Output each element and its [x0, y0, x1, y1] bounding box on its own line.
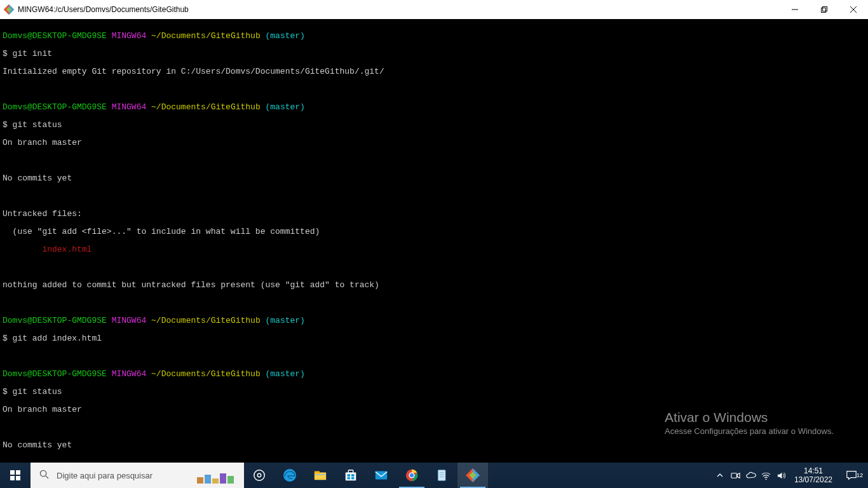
untracked-file: index.html — [3, 245, 865, 254]
cmd-line: $ git status — [3, 121, 865, 130]
svg-rect-17 — [212, 478, 219, 484]
svg-rect-44 — [731, 473, 736, 478]
cmd-line: $ git status — [3, 388, 865, 396]
tray-volume-icon[interactable] — [774, 471, 789, 480]
tray-overflow-button[interactable] — [712, 472, 728, 478]
svg-rect-5 — [822, 8, 826, 13]
svg-rect-12 — [16, 476, 20, 480]
tray-clock[interactable]: 14:51 13/07/2022 — [789, 466, 837, 484]
tray-meet-now-icon[interactable] — [728, 471, 743, 480]
svg-rect-18 — [220, 473, 226, 484]
close-button[interactable] — [839, 0, 868, 19]
git-bash-icon — [4, 4, 14, 15]
taskbar: Digite aqui para pesquisar — [0, 463, 868, 488]
cmd-line: $ git add index.html — [3, 334, 865, 343]
svg-line-14 — [46, 476, 48, 478]
svg-marker-45 — [738, 473, 740, 478]
output-line: On branch master — [3, 139, 865, 147]
output-line: Initialized empty Git repository in C:/U… — [3, 67, 865, 76]
prompt-user: Domvs@DESKTOP-GMDG9SE — [3, 31, 107, 41]
svg-rect-25 — [315, 474, 326, 475]
notification-count: 12 — [857, 472, 863, 478]
start-button[interactable] — [0, 463, 31, 488]
output-line: nothing added to commit but untracked fi… — [3, 281, 865, 290]
taskbar-search[interactable]: Digite aqui para pesquisar — [31, 463, 244, 488]
svg-point-20 — [254, 470, 265, 481]
tray-time: 14:51 — [794, 466, 832, 475]
window-titlebar: MINGW64:/c/Users/Domvs/Documents/GiteGit… — [0, 0, 868, 19]
window-title: MINGW64:/c/Users/Domvs/Documents/GiteGit… — [18, 5, 780, 14]
svg-point-13 — [40, 470, 46, 476]
svg-rect-36 — [438, 470, 445, 481]
output-line: No commits yet — [3, 174, 865, 183]
output-line: (use "git add <file>..." to include in w… — [3, 227, 865, 236]
tray-action-center[interactable]: 12 — [837, 470, 865, 481]
svg-rect-10 — [16, 470, 20, 475]
svg-rect-24 — [315, 471, 320, 474]
svg-rect-9 — [10, 470, 15, 475]
prompt-path: ~/Documents/GiteGithub — [151, 31, 261, 41]
search-placeholder: Digite aqui para pesquisar — [57, 471, 153, 480]
svg-point-22 — [283, 469, 296, 482]
svg-rect-30 — [348, 477, 351, 480]
svg-point-21 — [257, 473, 261, 477]
svg-rect-32 — [376, 471, 387, 480]
taskbar-app-chrome[interactable] — [397, 463, 427, 488]
taskbar-app-git-bash[interactable] — [458, 463, 488, 488]
minimize-button[interactable] — [780, 0, 810, 19]
tray-network-icon[interactable] — [759, 471, 774, 480]
taskbar-app-edge[interactable] — [275, 463, 305, 488]
output-line: No commits yet — [3, 441, 865, 450]
prompt-env: MINGW64 — [112, 31, 147, 41]
search-widget-art — [153, 466, 244, 485]
system-tray: 14:51 13/07/2022 12 — [712, 463, 868, 488]
cmd-line: $ git init — [3, 50, 865, 58]
svg-point-35 — [410, 473, 414, 477]
svg-rect-19 — [227, 476, 234, 484]
svg-rect-28 — [348, 474, 351, 477]
task-view-button[interactable] — [244, 463, 275, 488]
svg-point-46 — [766, 478, 767, 480]
taskbar-app-explorer[interactable] — [305, 463, 336, 488]
windows-activation-watermark: Ativar o Windows Acesse Configurações pa… — [665, 410, 834, 436]
svg-rect-29 — [351, 474, 355, 477]
output-line: Untracked files: — [3, 210, 865, 219]
svg-rect-11 — [10, 476, 15, 480]
svg-rect-26 — [346, 472, 356, 480]
taskbar-app-notepad[interactable] — [427, 463, 458, 488]
taskbar-app-mail[interactable] — [366, 463, 397, 488]
svg-rect-6 — [823, 7, 827, 11]
watermark-title: Ativar o Windows — [665, 410, 834, 425]
search-icon — [39, 470, 49, 481]
watermark-subtitle: Acesse Configurações para ativar o Windo… — [665, 426, 834, 436]
svg-marker-47 — [778, 472, 782, 478]
svg-rect-16 — [205, 475, 211, 484]
taskbar-app-store[interactable] — [336, 463, 366, 488]
tray-onedrive-icon[interactable] — [743, 471, 759, 479]
svg-rect-31 — [351, 477, 355, 480]
window-controls — [780, 0, 868, 19]
tray-date: 13/07/2022 — [794, 475, 832, 484]
prompt-branch: (master) — [266, 31, 305, 41]
terminal-output[interactable]: Domvs@DESKTOP-GMDG9SE MINGW64 ~/Document… — [0, 19, 868, 463]
maximize-button[interactable] — [810, 0, 839, 19]
svg-rect-15 — [197, 477, 203, 484]
